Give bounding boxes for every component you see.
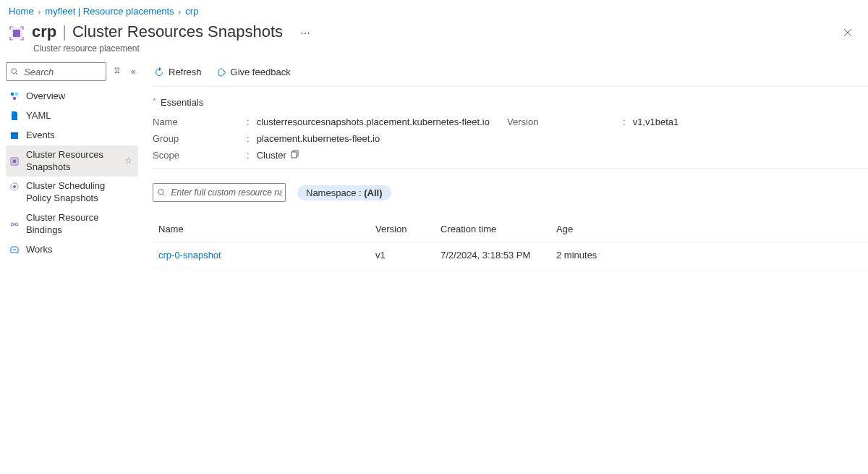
table-header-row: Name Version Creation time Age — [153, 216, 868, 242]
resource-name: crp — [32, 22, 56, 41]
th-name[interactable]: Name — [153, 216, 370, 242]
breadcrumb-resource[interactable]: myfleet | Resource placements — [45, 6, 174, 17]
sidebar-item-cluster-resources-snapshots[interactable]: Cluster Resources Snapshots ☆ — [6, 145, 138, 177]
sidebar-item-cluster-resource-bindings[interactable]: Cluster Resource Bindings — [6, 208, 138, 240]
page-title: Cluster Resources Snapshots — [72, 22, 283, 41]
collapse-sidebar-icon[interactable]: « — [128, 67, 138, 77]
sidebar-item-overview[interactable]: Overview — [6, 87, 138, 106]
th-creation-time[interactable]: Creation time — [435, 216, 550, 242]
events-icon — [9, 130, 20, 140]
filter-bar: Namespace : (All) — [153, 169, 868, 208]
favorite-star-icon[interactable]: ☆ — [124, 156, 132, 167]
sidebar-item-cluster-scheduling-policy-snapshots[interactable]: Cluster Scheduling Policy Snapshots — [6, 177, 138, 208]
sidebar-search-input[interactable] — [21, 65, 106, 79]
essentials-toggle[interactable]: ˄ Essentials — [153, 97, 868, 108]
policy-snapshot-icon — [9, 182, 20, 192]
svg-rect-9 — [13, 159, 17, 163]
sidebar-item-label: YAML — [26, 110, 132, 122]
essentials-version-label: Version — [507, 117, 623, 127]
feedback-icon — [216, 67, 226, 77]
svg-point-16 — [158, 190, 163, 195]
essentials-title: Essentials — [161, 97, 203, 108]
essentials-name-label: Name — [153, 117, 247, 127]
svg-point-3 — [11, 93, 14, 96]
essentials-group-value: placement.kubernetes-fleet.io — [257, 133, 380, 144]
toolbar: Refresh Give feedback — [153, 58, 868, 87]
works-icon — [9, 245, 20, 255]
essentials-name-value: clusterresourcesnapshots.placement.kuber… — [257, 117, 490, 127]
file-icon — [9, 111, 20, 121]
cell-creation-time: 7/2/2024, 3:18:53 PM — [435, 242, 550, 268]
essentials-version-value: v1,v1beta1 — [633, 117, 679, 127]
copy-icon[interactable] — [291, 150, 299, 161]
namespace-filter[interactable]: Namespace : (All) — [297, 185, 391, 200]
close-button[interactable] — [839, 24, 856, 41]
essentials-scope-label: Scope — [153, 150, 247, 161]
chevron-right-icon: › — [179, 7, 182, 16]
namespace-filter-value: (All) — [364, 187, 382, 198]
sidebar-item-label: Overview — [26, 90, 132, 103]
search-icon — [158, 188, 166, 197]
resource-name-filter[interactable] — [153, 183, 286, 202]
chevron-up-icon: ˄ — [153, 98, 156, 106]
svg-rect-15 — [292, 152, 297, 158]
sidebar: « Overview YAML Events Cluster Resources — [0, 58, 141, 268]
svg-point-5 — [13, 97, 16, 100]
pin-icon[interactable] — [112, 67, 122, 77]
resource-type-label: Cluster resource placement — [32, 43, 314, 54]
chevron-right-icon: › — [38, 7, 41, 16]
sidebar-item-label: Cluster Scheduling Policy Snapshots — [26, 180, 132, 205]
search-icon — [11, 67, 18, 76]
essentials-section: ˄ Essentials Name : clusterresourcesnaps… — [153, 87, 868, 169]
svg-point-13 — [15, 223, 18, 226]
refresh-label: Refresh — [169, 67, 202, 77]
breadcrumb-current[interactable]: crp — [185, 6, 198, 17]
resource-name-filter-input[interactable] — [169, 186, 285, 199]
sidebar-item-label: Cluster Resource Bindings — [26, 212, 132, 237]
essentials-group-label: Group — [153, 133, 247, 144]
cell-age: 2 minutes — [550, 242, 868, 268]
th-age[interactable]: Age — [550, 216, 868, 242]
title-divider: | — [62, 22, 67, 41]
svg-rect-1 — [13, 30, 20, 37]
svg-point-4 — [15, 93, 18, 96]
refresh-icon — [154, 67, 164, 77]
sidebar-item-yaml[interactable]: YAML — [6, 106, 138, 126]
breadcrumb-home[interactable]: Home — [9, 6, 34, 17]
bindings-icon — [9, 219, 20, 229]
page-header: crp | Cluster Resources Snapshots ⋯ Clus… — [0, 21, 868, 58]
refresh-button[interactable]: Refresh — [153, 65, 203, 79]
sidebar-item-label: Events — [26, 130, 132, 142]
cell-version: v1 — [370, 242, 435, 268]
sidebar-item-label: Works — [26, 244, 132, 256]
th-version[interactable]: Version — [370, 216, 435, 242]
overview-icon — [9, 91, 20, 101]
breadcrumb: Home › myfleet | Resource placements › c… — [0, 0, 868, 21]
svg-point-11 — [13, 185, 16, 188]
svg-point-12 — [11, 223, 14, 226]
feedback-label: Give feedback — [231, 67, 291, 77]
svg-rect-7 — [11, 132, 18, 134]
resources-table: Name Version Creation time Age crp-0-sna… — [153, 216, 868, 268]
sidebar-search[interactable] — [6, 62, 106, 81]
more-button[interactable]: ⋯ — [297, 25, 314, 42]
table-row[interactable]: crp-0-snapshot v1 7/2/2024, 3:18:53 PM 2… — [153, 242, 868, 268]
essentials-scope-value: Cluster — [257, 150, 286, 161]
sidebar-item-events[interactable]: Events — [6, 126, 138, 145]
feedback-button[interactable]: Give feedback — [215, 65, 292, 79]
svg-point-2 — [12, 69, 17, 74]
sidebar-item-label: Cluster Resources Snapshots — [26, 149, 119, 174]
resource-link[interactable]: crp-0-snapshot — [158, 250, 221, 261]
resource-type-icon — [9, 25, 25, 41]
namespace-filter-label: Namespace : — [306, 187, 362, 198]
snapshot-icon — [9, 156, 20, 166]
main-content: Refresh Give feedback ˄ Essentials Name … — [141, 58, 868, 268]
sidebar-item-works[interactable]: Works — [6, 240, 138, 260]
